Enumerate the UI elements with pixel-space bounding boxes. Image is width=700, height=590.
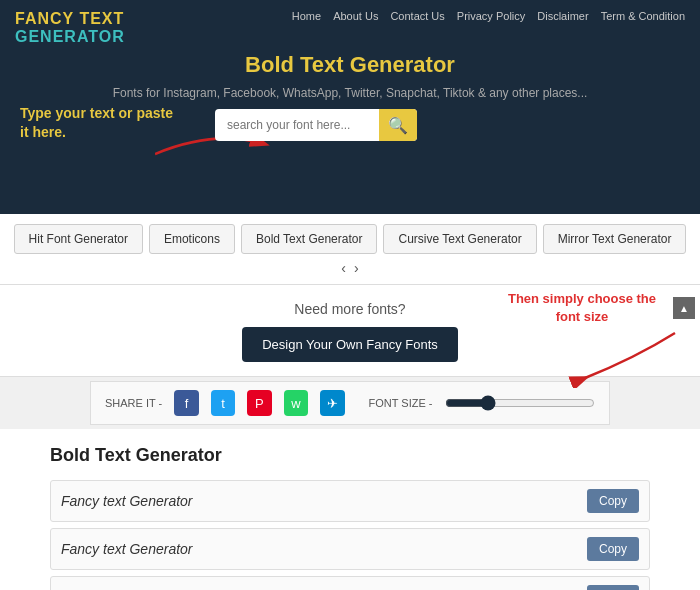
main-content: Bold Text Generator Fancy text Generator… (0, 429, 700, 590)
tabs-next-arrow[interactable]: › (354, 260, 359, 276)
top-nav: FANCY TEXT GENERATOR Home About Us Conta… (15, 10, 685, 22)
copy-btn-2[interactable]: Copy (587, 585, 639, 590)
nav-tabs-arrows: ‹ › (10, 254, 690, 284)
middle-section: Need more fonts? Design Your Own Fancy F… (0, 285, 700, 377)
nav-term[interactable]: Term & Condition (601, 10, 685, 22)
copy-btn-1[interactable]: Copy (587, 537, 639, 561)
share-pinterest-icon[interactable]: P (247, 390, 271, 416)
design-btn[interactable]: Design Your Own Fancy Fonts (242, 327, 458, 362)
font-size-label: FONT SIZE - (369, 397, 433, 409)
share-whatsapp-icon[interactable]: w (284, 390, 308, 416)
font-row: Fancy text Generator Copy (50, 480, 650, 522)
logo: FANCY TEXT GENERATOR (15, 10, 125, 46)
share-facebook-icon[interactable]: f (174, 390, 198, 416)
nav-tabs-row: Hit Font Generator Emoticons Bold Text G… (10, 224, 690, 254)
share-label: SHARE IT - (105, 397, 162, 409)
font-preview-1: Fancy text Generator (61, 541, 587, 557)
search-button[interactable]: 🔍 (379, 109, 417, 141)
circle-indicator: ▲ (673, 297, 695, 319)
share-telegram-icon[interactable]: ✈ (320, 390, 344, 416)
nav-privacy[interactable]: Privacy Policy (457, 10, 525, 22)
nav-tabs-bar: Hit Font Generator Emoticons Bold Text G… (0, 214, 700, 285)
logo-line2: GENERATOR (15, 28, 125, 46)
tab-bold-text[interactable]: Bold Text Generator (241, 224, 378, 254)
annotation-right: Then simply choose the font size ▲ (497, 290, 695, 388)
svg-text:▲: ▲ (679, 303, 689, 314)
nav-home[interactable]: Home (292, 10, 321, 22)
font-row: Fancy text Generator Copy (50, 576, 650, 590)
search-area: 🔍 (215, 109, 417, 141)
arrow-down-svg (555, 328, 695, 388)
section-title: Bold Text Generator (50, 445, 650, 466)
header-section: FANCY TEXT GENERATOR Home About Us Conta… (0, 0, 700, 214)
annotation-text: Then simply choose the font size (497, 290, 667, 326)
nav-disclaimer[interactable]: Disclaimer (537, 10, 588, 22)
share-twitter-icon[interactable]: t (211, 390, 235, 416)
logo-line1: FANCY TEXT (15, 10, 125, 28)
tabs-prev-arrow[interactable]: ‹ (341, 260, 346, 276)
tab-emoticons[interactable]: Emoticons (149, 224, 235, 254)
circle-icon: ▲ (673, 297, 695, 319)
font-row: Fancy text Generator Copy (50, 528, 650, 570)
tab-mirror-text[interactable]: Mirror Text Generator (543, 224, 687, 254)
tab-hit-font[interactable]: Hit Font Generator (14, 224, 143, 254)
nav-about[interactable]: About Us (333, 10, 378, 22)
nav-contact[interactable]: Contact Us (390, 10, 444, 22)
content-wrapper: Bold Text Generator Fancy text Generator… (0, 429, 700, 590)
font-size-slider[interactable] (445, 395, 595, 411)
tab-cursive-text[interactable]: Cursive Text Generator (383, 224, 536, 254)
hero-title: Bold Text Generator (15, 52, 685, 78)
copy-btn-0[interactable]: Copy (587, 489, 639, 513)
font-preview-0: Fancy text Generator (61, 493, 587, 509)
hero-subtitle: Fonts for Instagram, Facebook, WhatsApp,… (15, 86, 685, 100)
